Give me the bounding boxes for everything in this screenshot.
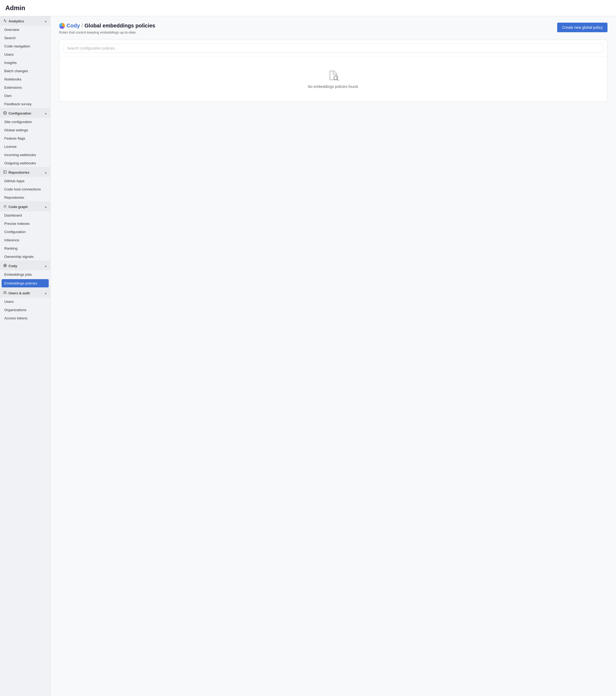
sidebar-item-github-apps[interactable]: GitHub Apps [0, 177, 50, 185]
sidebar-item-dashboard[interactable]: Dashboard [0, 211, 50, 220]
section-label-configuration: Configuration [9, 111, 31, 115]
cody-logo [59, 23, 65, 29]
breadcrumb-separator: / [81, 22, 83, 29]
section-label-code-graph: Code graph [9, 205, 28, 209]
app-container: Admin Analytics ▲ OverviewSearchCode nav… [0, 0, 616, 696]
section-label-users-auth: Users & auth [9, 291, 30, 295]
section-header-left-configuration: Configuration [3, 111, 31, 115]
sidebar-item-search[interactable]: Search [0, 34, 50, 42]
policies-box: No embeddings policies found. [59, 40, 607, 102]
chevron-cody: ▲ [45, 265, 47, 267]
sidebar-item-users[interactable]: Users [0, 50, 50, 59]
sidebar-item-inference[interactable]: Inference [0, 236, 50, 244]
main-layout: Analytics ▲ OverviewSearchCode navigatio… [0, 16, 616, 696]
chevron-configuration: ▲ [45, 112, 47, 115]
sidebar-item-incoming-webhooks[interactable]: Incoming webhooks [0, 151, 50, 159]
sidebar-item-feedback-survey[interactable]: Feedback survey [0, 100, 50, 108]
section-header-left-cody: Cody [3, 264, 17, 268]
empty-icon-svg [327, 69, 339, 81]
breadcrumb-cody[interactable]: Cody [67, 22, 80, 29]
breadcrumb-subtitle: Rules that control keeping embeddings up… [59, 30, 155, 34]
main-content: Cody / Global embeddings policies Rules … [51, 16, 616, 696]
sidebar-item-insights[interactable]: Insights [0, 59, 50, 67]
sidebar-item-notebooks[interactable]: Notebooks [0, 75, 50, 83]
page-title: Admin [0, 0, 616, 16]
users-icon [3, 291, 7, 296]
content-header: Cody / Global embeddings policies Rules … [59, 22, 607, 34]
repo-icon [3, 170, 7, 175]
sidebar-item-configuration-cg[interactable]: Configuration [0, 228, 50, 236]
section-header-left-code-graph: Code graph [3, 205, 28, 209]
breadcrumb: Cody / Global embeddings policies [59, 22, 155, 29]
gear-icon [3, 111, 7, 115]
section-header-left-users-auth: Users & auth [3, 291, 30, 296]
chart-icon [3, 19, 7, 23]
sidebar-section-repositories[interactable]: Repositories ▲ [0, 167, 50, 177]
sidebar-item-code-navigation[interactable]: Code navigation [0, 42, 50, 50]
svg-point-3 [5, 206, 5, 207]
sidebar-item-own[interactable]: Own [0, 92, 50, 100]
sidebar-item-precise-indexes[interactable]: Precise indexes [0, 220, 50, 228]
sidebar-item-overview[interactable]: Overview [0, 26, 50, 34]
svg-point-4 [4, 291, 5, 293]
sidebar-section-cody[interactable]: Cody ▲ [0, 261, 50, 270]
search-bar-container [59, 40, 607, 57]
sidebar-item-access-tokens[interactable]: Access tokens [0, 314, 50, 322]
section-header-left-analytics: Analytics [3, 19, 24, 23]
sidebar-item-ranking[interactable]: Ranking [0, 244, 50, 253]
sidebar-item-ownership-signals[interactable]: Ownership signals [0, 253, 50, 261]
sidebar-item-batch-changes[interactable]: Batch changes [0, 67, 50, 75]
cody-logo-circle [59, 23, 65, 29]
sidebar-section-configuration[interactable]: Configuration ▲ [0, 108, 50, 118]
chevron-repositories: ▲ [45, 171, 47, 174]
sidebar-item-embeddings-jobs[interactable]: Embeddings jobs [0, 270, 50, 279]
sidebar-item-embeddings-policies[interactable]: Embeddings policies [2, 279, 49, 287]
sidebar-item-users-item[interactable]: Users [0, 298, 50, 306]
sidebar-item-outgoing-webhooks[interactable]: Outgoing webhooks [0, 159, 50, 167]
svg-line-6 [337, 79, 339, 81]
chevron-analytics: ▲ [45, 20, 47, 22]
chevron-users-auth: ▲ [45, 292, 47, 295]
chevron-code-graph: ▲ [45, 205, 47, 208]
create-policy-button[interactable]: Create new global policy [557, 22, 607, 32]
sidebar-item-organizations[interactable]: Organizations [0, 306, 50, 314]
section-label-analytics: Analytics [9, 19, 24, 23]
sidebar: Analytics ▲ OverviewSearchCode navigatio… [0, 16, 51, 696]
sidebar-item-license[interactable]: License [0, 142, 50, 151]
sidebar-section-users-auth[interactable]: Users & auth ▲ [0, 288, 50, 298]
search-input[interactable] [64, 44, 603, 53]
section-label-cody: Cody [9, 264, 17, 268]
sidebar-item-feature-flags[interactable]: Feature flags [0, 134, 50, 142]
breadcrumb-page: Global embeddings policies [85, 22, 156, 29]
sidebar-item-site-configuration[interactable]: Site configuration [0, 118, 50, 126]
sidebar-item-code-host-connections[interactable]: Code host connections [0, 185, 50, 193]
codegraph-icon [3, 205, 7, 209]
sidebar-item-extensions[interactable]: Extensions [0, 83, 50, 92]
empty-state: No embeddings policies found. [59, 57, 607, 101]
section-header-left-repositories: Repositories [3, 170, 30, 175]
empty-message: No embeddings policies found. [308, 84, 359, 89]
svg-rect-1 [4, 171, 7, 174]
sidebar-item-repositories[interactable]: Repositories [0, 193, 50, 202]
sidebar-section-code-graph[interactable]: Code graph ▲ [0, 202, 50, 211]
breadcrumb-area: Cody / Global embeddings policies Rules … [59, 22, 155, 34]
no-policies-icon [327, 69, 339, 81]
sidebar-item-global-settings[interactable]: Global settings [0, 126, 50, 134]
section-label-repositories: Repositories [9, 171, 30, 174]
cody-icon [3, 264, 7, 268]
sidebar-section-analytics[interactable]: Analytics ▲ [0, 16, 50, 26]
svg-point-0 [4, 112, 5, 113]
